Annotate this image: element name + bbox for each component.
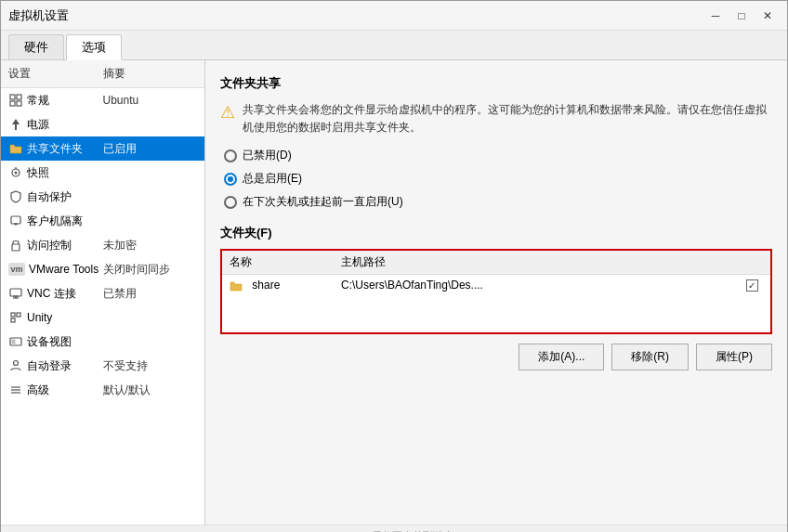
col-name-header: 名称	[222, 251, 334, 275]
menu-item-snapshots[interactable]: 快照	[1, 161, 204, 185]
window-controls: ─ □ ✕	[703, 6, 780, 26]
menu-item-vmware-tools[interactable]: vm VMware Tools 关闭时间同步	[1, 257, 204, 281]
folder-path: C:\Users\BAOfanTing\Des....	[341, 279, 483, 292]
row-folder-icon	[230, 279, 248, 292]
menu-item-general[interactable]: 常规 Ubuntu	[1, 88, 204, 112]
svg-rect-11	[12, 244, 20, 251]
radio-disabled-label: 已禁用(D)	[243, 148, 292, 163]
folder-table: 名称 主机路径 share	[222, 251, 770, 332]
radio-circle-shutdown	[224, 196, 237, 209]
watermark: CSDN @雪豹不会梦到瑞克5	[1, 525, 787, 532]
isolation-icon	[8, 214, 23, 228]
folder-enabled-cell: ✓	[741, 279, 763, 292]
svg-rect-8	[11, 216, 20, 224]
folder-path-cell: C:\Users\BAOfanTing\Des.... ✓	[334, 275, 770, 296]
svg-point-21	[14, 361, 19, 366]
radio-until-shutdown[interactable]: 在下次关机或挂起前一直启用(U)	[224, 194, 772, 210]
col1-header: 设置	[8, 66, 103, 82]
menu-item-vnc[interactable]: VNC 连接 已禁用	[1, 281, 204, 305]
folder-enabled-checkbox[interactable]: ✓	[746, 279, 758, 292]
svg-rect-20	[12, 340, 15, 344]
list-header: 设置 摘要	[1, 60, 204, 88]
folder-name-cell: share	[222, 275, 334, 296]
snapshot-icon	[8, 165, 23, 180]
svg-rect-18	[11, 318, 15, 322]
vnc-icon	[8, 286, 23, 301]
svg-rect-12	[10, 289, 21, 296]
file-sharing-title: 文件夹共享	[220, 75, 772, 92]
warning-text: 共享文件夹会将您的文件显示给虚拟机中的程序。这可能为您的计算机和数据带来风险。请…	[243, 101, 772, 136]
empty-row	[222, 295, 770, 332]
maximize-button[interactable]: □	[729, 6, 754, 26]
folder-name: share	[252, 279, 280, 292]
vmtools-icon: vm	[8, 263, 25, 276]
general-icon	[8, 93, 23, 108]
lock-icon	[8, 238, 23, 253]
svg-marker-4	[12, 119, 20, 130]
tab-hardware[interactable]: 硬件	[8, 34, 64, 59]
col-path-header: 主机路径	[334, 251, 770, 275]
radio-disabled[interactable]: 已禁用(D)	[224, 148, 772, 163]
tab-bar: 硬件 选项	[1, 31, 787, 60]
main-window: 虚拟机设置 ─ □ ✕ 硬件 选项 设置 摘要 常规	[0, 0, 788, 532]
radio-always-enabled[interactable]: 总是启用(E)	[224, 171, 772, 187]
action-buttons: 添加(A)... 移除(R) 属性(P)	[220, 344, 772, 370]
advanced-icon	[8, 383, 23, 397]
add-button[interactable]: 添加(A)...	[519, 344, 604, 370]
svg-point-6	[15, 172, 18, 175]
warning-box: ⚠ 共享文件夹会将您的文件显示给虚拟机中的程序。这可能为您的计算机和数据带来风险…	[220, 101, 772, 136]
folder-icon	[8, 141, 23, 156]
menu-item-unity[interactable]: Unity	[1, 305, 204, 330]
menu-item-power[interactable]: 电源	[1, 112, 204, 136]
menu-item-autoprotect[interactable]: 自动保护	[1, 185, 204, 209]
menu-item-autologin[interactable]: 自动登录 不受支持	[1, 354, 204, 378]
folder-section-title: 文件夹(F)	[220, 225, 772, 241]
unity-icon	[8, 310, 23, 325]
warning-icon: ⚠	[220, 102, 235, 123]
svg-rect-2	[10, 101, 15, 106]
settings-list: 设置 摘要 常规 Ubuntu 电源	[1, 60, 205, 525]
close-button[interactable]: ✕	[755, 6, 780, 26]
window-title: 虚拟机设置	[8, 7, 69, 24]
title-bar: 虚拟机设置 ─ □ ✕	[1, 1, 787, 31]
svg-rect-17	[17, 313, 20, 317]
autologin-icon	[8, 358, 23, 373]
right-panel: 文件夹共享 ⚠ 共享文件夹会将您的文件显示给虚拟机中的程序。这可能为您的计算机和…	[205, 60, 787, 525]
menu-item-access-control[interactable]: 访问控制 未加密	[1, 233, 204, 257]
col2-header: 摘要	[103, 66, 198, 82]
properties-button[interactable]: 属性(P)	[696, 344, 772, 370]
svg-rect-3	[17, 101, 21, 106]
table-row[interactable]: share C:\Users\BAOfanTing\Des.... ✓	[222, 275, 770, 296]
menu-item-advanced[interactable]: 高级 默认/默认	[1, 378, 204, 402]
remove-button[interactable]: 移除(R)	[611, 344, 689, 370]
radio-circle-always	[224, 173, 237, 186]
svg-rect-16	[11, 313, 15, 317]
menu-item-guest-isolation[interactable]: 客户机隔离	[1, 209, 204, 233]
main-content: 设置 摘要 常规 Ubuntu 电源	[1, 60, 787, 525]
autoprotect-icon	[8, 189, 23, 204]
svg-rect-1	[17, 95, 21, 99]
svg-rect-0	[10, 95, 15, 99]
folder-table-wrapper: 名称 主机路径 share	[220, 249, 772, 334]
radio-circle-disabled	[224, 149, 237, 162]
device-icon	[8, 334, 23, 349]
menu-item-shared-folders[interactable]: 共享文件夹 已启用	[1, 136, 204, 161]
radio-group: 已禁用(D) 总是启用(E) 在下次关机或挂起前一直启用(U)	[220, 148, 772, 210]
menu-item-device-view[interactable]: 设备视图	[1, 330, 204, 354]
radio-shutdown-label: 在下次关机或挂起前一直启用(U)	[243, 194, 403, 210]
minimize-button[interactable]: ─	[703, 6, 728, 26]
tab-options[interactable]: 选项	[66, 34, 122, 60]
radio-always-label: 总是启用(E)	[243, 171, 302, 187]
power-icon	[8, 117, 23, 132]
